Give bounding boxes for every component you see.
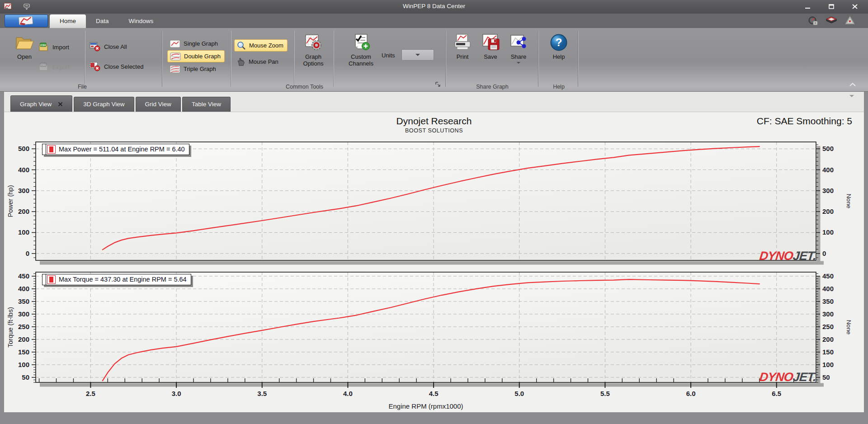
torque-series-swatch <box>47 275 56 284</box>
svg-text:400: 400 <box>822 166 834 174</box>
ribbon-group-file: Open CSV Import CSV Export Close All Clo… <box>3 28 162 91</box>
tab-grid-view[interactable]: Grid View <box>136 97 181 112</box>
svg-text:6.0: 6.0 <box>686 390 696 397</box>
title-bar: WinPEP 8 Data Center <box>0 0 868 14</box>
svg-text:400: 400 <box>18 166 29 174</box>
warning-triangle-icon[interactable] <box>844 15 855 27</box>
svg-text:450: 450 <box>18 272 29 280</box>
svg-text:200: 200 <box>18 335 29 343</box>
group-caption-common-tools: Common Tools <box>164 84 445 90</box>
device-gauge-icon[interactable] <box>807 15 818 27</box>
maximize-button[interactable] <box>825 2 838 11</box>
save-button[interactable]: Save <box>477 32 504 60</box>
svg-text:250: 250 <box>18 323 29 330</box>
dyno-module-icon[interactable] <box>826 15 837 27</box>
svg-text:300: 300 <box>18 187 29 194</box>
svg-text:400: 400 <box>822 285 834 292</box>
winpep-window: WinPEP 8 Data Center Home Data Windows O… <box>0 0 868 424</box>
double-graph-button[interactable]: Double Graph <box>167 50 225 62</box>
help-button[interactable]: ? Help <box>545 32 572 60</box>
power-legend-text: Max Power = 511.04 at Engine RPM = 6.40 <box>56 145 189 154</box>
export-button[interactable]: CSV Export <box>38 62 70 71</box>
run-title: Dynojet Research <box>4 116 864 127</box>
help-icon: ? <box>550 33 568 52</box>
print-button[interactable]: Print <box>449 32 476 60</box>
application-menu-button[interactable] <box>5 14 48 27</box>
svg-text:CSV: CSV <box>40 64 46 66</box>
svg-text:500: 500 <box>18 145 29 152</box>
svg-text:250: 250 <box>822 323 834 330</box>
ribbon-group-common-tools: Single Graph Double Graph Triple Graph M… <box>164 28 445 91</box>
graph-options-button[interactable]: GraphOptions <box>296 32 330 67</box>
tab-3d-graph-view[interactable]: 3D Graph View <box>74 97 134 112</box>
svg-text:CSV: CSV <box>40 44 46 47</box>
tab-close-icon[interactable] <box>58 102 63 107</box>
double-graph-icon <box>170 52 181 61</box>
torque-chart: 5050100100150150200200250250300300350350… <box>4 269 864 421</box>
y-axis-label: Power (hp) <box>7 185 14 217</box>
group-caption-help: Help <box>539 84 578 90</box>
svg-text:100: 100 <box>18 361 29 368</box>
export-csv-icon: CSV <box>38 62 49 71</box>
import-button[interactable]: CSV Import <box>38 42 69 52</box>
share-button[interactable]: Share <box>505 32 532 64</box>
svg-text:200: 200 <box>18 207 29 215</box>
correction-factor-label: CF: SAE Smoothing: 5 <box>757 116 852 127</box>
close-all-button[interactable]: Close All <box>89 42 127 52</box>
tab-table-view[interactable]: Table View <box>182 97 231 112</box>
winpep-logo-icon <box>16 16 36 26</box>
tab-list-dropdown-icon[interactable] <box>849 97 854 105</box>
minimize-button[interactable] <box>801 2 815 11</box>
svg-text:0: 0 <box>26 250 29 257</box>
power-chart: 00100100200200300300400400500500Power (h… <box>4 137 864 269</box>
ribbon-tab-windows[interactable]: Windows <box>119 14 164 28</box>
svg-text:4.5: 4.5 <box>429 390 439 397</box>
close-button[interactable] <box>848 2 862 11</box>
tab-graph-view[interactable]: Graph View <box>10 95 72 112</box>
svg-text:50: 50 <box>822 373 830 381</box>
svg-text:100: 100 <box>822 361 834 368</box>
ribbon-tab-home[interactable]: Home <box>50 14 86 28</box>
watermark-jet: JET. <box>792 249 816 263</box>
import-csv-icon: CSV <box>38 42 49 52</box>
open-button[interactable]: Open <box>10 32 39 60</box>
custom-channels-icon <box>352 33 370 52</box>
share-icon <box>509 33 528 52</box>
dynojet-watermark: DYNOJET. <box>759 249 816 263</box>
power-series-swatch <box>47 145 56 154</box>
units-dropdown[interactable] <box>401 49 434 61</box>
units-dropdown-caret <box>415 54 420 56</box>
custom-channels-button[interactable]: CustomChannels <box>335 32 387 67</box>
svg-text:6.5: 6.5 <box>772 390 781 397</box>
svg-text:300: 300 <box>18 310 29 318</box>
mouse-zoom-button[interactable]: Mouse Zoom <box>234 39 288 52</box>
triple-graph-icon <box>170 65 180 73</box>
close-all-icon <box>89 42 101 52</box>
svg-text:50: 50 <box>22 373 29 381</box>
torque-legend[interactable]: Max Torque = 437.30 at Engine RPM = 5.64 <box>42 274 191 285</box>
close-selected-icon <box>89 61 101 71</box>
collapse-ribbon-chevron[interactable] <box>849 80 856 89</box>
group-caption-share-graph: Share Graph <box>447 84 538 90</box>
power-chart-canvas: 00100100200200300300400400500500Power (h… <box>5 137 862 269</box>
close-selected-button[interactable]: Close Selected <box>89 61 143 71</box>
mouse-zoom-icon <box>237 41 246 50</box>
ribbon-tab-data[interactable]: Data <box>86 14 119 28</box>
single-graph-button[interactable]: Single Graph <box>167 38 222 50</box>
svg-text:150: 150 <box>822 348 834 356</box>
y-axis-label-right: None <box>845 194 852 208</box>
workspace: Graph View 3D Graph View Grid View Table… <box>4 92 864 412</box>
torque-chart-canvas: 5050100100150150200200250250300300350350… <box>5 269 862 421</box>
svg-text:500: 500 <box>822 145 834 152</box>
svg-text:?: ? <box>556 36 562 48</box>
legend-grip <box>42 144 46 155</box>
mouse-pan-icon <box>236 57 245 66</box>
graph-options-icon <box>304 33 322 52</box>
svg-text:350: 350 <box>18 297 29 305</box>
y-axis-label-right: None <box>845 320 852 334</box>
svg-text:4.0: 4.0 <box>343 390 353 397</box>
mouse-pan-button[interactable]: Mouse Pan <box>234 56 282 68</box>
window-title: WinPEP 8 Data Center <box>0 3 868 9</box>
triple-graph-button[interactable]: Triple Graph <box>167 63 220 75</box>
power-legend[interactable]: Max Power = 511.04 at Engine RPM = 6.40 <box>42 144 189 155</box>
